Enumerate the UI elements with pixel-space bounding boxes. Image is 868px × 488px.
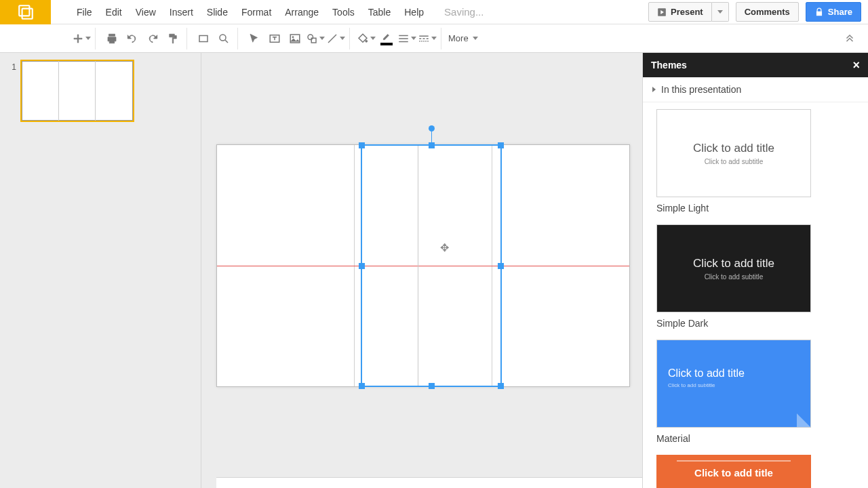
menu-file[interactable]: File (71, 4, 98, 20)
theme-subtitle: Click to add subtitle (705, 158, 764, 165)
theme-title: Click to add title (693, 257, 774, 270)
resize-handle-br[interactable] (498, 383, 504, 389)
resize-handle-bl[interactable] (359, 383, 365, 389)
resize-handle-b[interactable] (429, 383, 435, 389)
theme-title: Click to add title (693, 142, 774, 155)
themes-panel: Themes × In this presentation Click to a… (642, 53, 868, 488)
present-button[interactable]: Present (648, 2, 712, 22)
themes-header: Themes × (643, 53, 868, 77)
print-button[interactable] (102, 29, 121, 48)
chevron-down-icon (431, 37, 437, 40)
app-logo[interactable] (0, 0, 51, 24)
paint-format-button[interactable] (163, 29, 182, 48)
chevron-down-icon (319, 37, 325, 40)
svg-rect-1 (22, 8, 32, 18)
undo-button[interactable] (123, 29, 142, 48)
svg-rect-0 (19, 5, 29, 16)
menu-help[interactable]: Help (399, 4, 429, 20)
resize-handle-l[interactable] (359, 263, 365, 269)
select-tool[interactable] (245, 29, 264, 48)
chevron-right-icon (652, 87, 656, 92)
selected-shape[interactable] (361, 144, 502, 387)
svg-point-9 (308, 35, 313, 40)
theme-orange[interactable]: Click to add title (656, 455, 811, 488)
line-tool[interactable] (326, 29, 345, 48)
share-button[interactable]: Share (806, 2, 861, 22)
menus: File Edit View Insert Slide Format Arran… (51, 4, 484, 20)
menu-format[interactable]: Format (236, 4, 277, 20)
svg-point-8 (292, 36, 294, 37)
menu-table[interactable]: Table (363, 4, 396, 20)
menu-arrange[interactable]: Arrange (279, 4, 324, 20)
theme-title: Click to add title (694, 467, 773, 479)
shape-tool[interactable] (306, 29, 325, 48)
theme-material[interactable]: Click to add title Click to add subtitle (656, 340, 811, 428)
theme-subtitle: Click to add subtitle (668, 382, 745, 388)
theme-title: Click to add title (668, 367, 745, 380)
themes-section-toggle[interactable]: In this presentation (643, 77, 868, 102)
canvas[interactable]: ✥ (201, 53, 642, 488)
line-color-button[interactable] (377, 29, 396, 48)
theme-subtitle: Click to add subtitle (705, 273, 764, 281)
main-area: 1 ✥ Themes × (0, 53, 868, 488)
resize-handle-t[interactable] (429, 142, 435, 148)
new-slide-button[interactable] (72, 29, 91, 48)
comments-button[interactable]: Comments (736, 2, 799, 22)
fill-color-button[interactable] (357, 29, 376, 48)
rotate-handle[interactable] (429, 125, 435, 131)
resize-handle-tr[interactable] (498, 142, 504, 148)
zoom-button[interactable] (214, 29, 233, 48)
menu-bar: File Edit View Insert Slide Format Arran… (0, 0, 868, 24)
close-themes-button[interactable]: × (852, 60, 860, 70)
menu-tools[interactable]: Tools (327, 4, 360, 20)
menu-view[interactable]: View (130, 4, 161, 20)
svg-point-11 (366, 40, 368, 42)
image-tool[interactable] (285, 29, 304, 48)
toolbar-more[interactable]: More (444, 30, 482, 46)
svg-point-5 (220, 35, 226, 41)
present-dropdown[interactable] (712, 2, 729, 22)
theme-label-simple-dark: Simple Dark (656, 318, 854, 329)
share-label: Share (828, 7, 852, 17)
line-dash-button[interactable] (418, 29, 437, 48)
slides-icon (17, 3, 35, 21)
themes-section-label: In this presentation (661, 84, 741, 95)
chevron-double-up-icon (844, 31, 856, 43)
play-icon (657, 7, 667, 17)
theme-simple-light[interactable]: Click to add title Click to add subtitle (656, 109, 811, 197)
line-weight-button[interactable] (397, 29, 416, 48)
more-label: More (448, 33, 469, 43)
rotate-stem (431, 129, 432, 143)
comments-label: Comments (745, 7, 790, 17)
zoom-fit-button[interactable] (194, 29, 213, 48)
chevron-down-icon (85, 37, 91, 40)
save-status: Saving... (444, 6, 484, 18)
chevron-down-icon (411, 37, 416, 40)
lock-icon (814, 7, 824, 17)
chevron-down-icon (473, 37, 478, 40)
menu-edit[interactable]: Edit (100, 4, 127, 20)
collapse-toolbar-button[interactable] (844, 31, 863, 46)
filmstrip: 1 (0, 53, 201, 488)
present-button-group: Present (648, 2, 729, 22)
redo-button[interactable] (143, 29, 162, 48)
menu-slide[interactable]: Slide (201, 4, 233, 20)
slide-thumbnail-1[interactable] (20, 60, 134, 122)
themes-list: Click to add title Click to add subtitle… (643, 102, 868, 488)
chevron-down-icon (340, 37, 345, 40)
menu-insert[interactable]: Insert (164, 4, 199, 20)
slide-thumbnail-number: 1 (7, 60, 16, 122)
speaker-notes-strip[interactable] (216, 477, 642, 488)
chevron-down-icon (717, 10, 723, 14)
theme-label-material: Material (656, 433, 854, 444)
move-cursor-icon: ✥ (440, 241, 449, 254)
themes-title: Themes (651, 60, 687, 70)
toolbar: More (0, 24, 868, 53)
textbox-tool[interactable] (265, 29, 284, 48)
theme-simple-dark[interactable]: Click to add title Click to add subtitle (656, 224, 811, 312)
chevron-down-icon (370, 37, 376, 40)
theme-label-simple-light: Simple Light (656, 203, 854, 214)
color-swatch-icon (380, 43, 393, 45)
resize-handle-r[interactable] (498, 263, 504, 269)
resize-handle-tl[interactable] (359, 142, 365, 148)
